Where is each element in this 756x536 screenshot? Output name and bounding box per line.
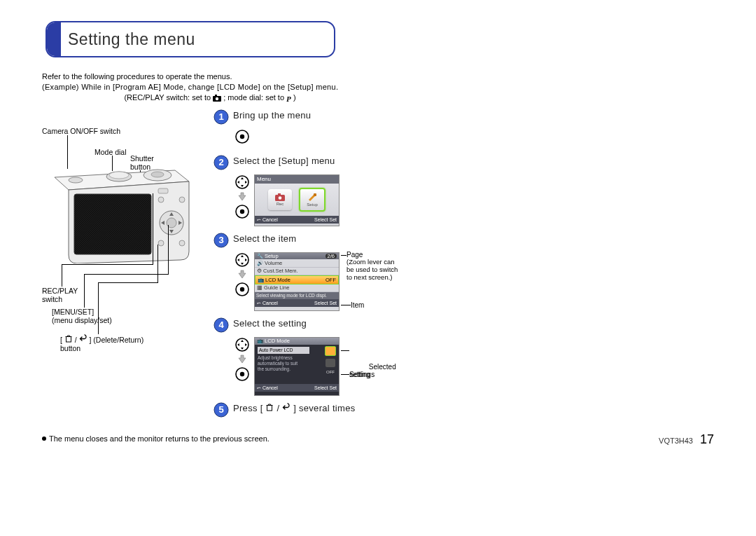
svg-text:2: 2 — [218, 157, 223, 167]
step-number-2: 2 — [214, 155, 229, 170]
svg-point-4 — [109, 172, 129, 179]
doc-code: VQT3H43 — [659, 437, 693, 445]
down-arrow-icon — [237, 355, 247, 364]
return-icon — [282, 403, 290, 411]
intro-close-paren: ) — [293, 93, 296, 102]
step-4-title: Select the setting — [233, 318, 307, 329]
nav-ring-4way-icon — [234, 337, 250, 352]
step-1: 1 Bring up the menu — [214, 110, 714, 125]
setup-header: Setup — [265, 253, 279, 259]
svg-point-15 — [179, 240, 185, 246]
label-mode-dial: Mode dial — [94, 148, 127, 156]
step-2: 2 Select the [Setup] menu — [214, 156, 714, 170]
steps-column: 1 Bring up the menu 2 Select the [Setup]… — [210, 110, 714, 422]
label-menuset-b: (menu display/set) — [52, 316, 112, 324]
menu-setup-tile: Setup — [299, 188, 326, 212]
svg-rect-17 — [66, 336, 71, 342]
step-number-1: 1 — [214, 109, 229, 125]
svg-text:1: 1 — [218, 111, 223, 122]
label-menuset-a: [MENU/SET] — [52, 308, 94, 316]
svg-point-7 — [69, 177, 83, 183]
svg-rect-9 — [74, 194, 151, 254]
setup-info-bar: Select viewing mode for LCD displ. — [255, 292, 339, 299]
mode-options-side: OFF — [324, 346, 337, 376]
step-3-title: Select the item — [233, 233, 297, 244]
manual-page: Setting the menu Refer to the following … — [0, 0, 756, 457]
trash-icon — [265, 403, 274, 411]
camera-diagram-column: Camera ON/OFF switch Mode dial Shutter b… — [42, 110, 203, 422]
mode-off-label: OFF — [326, 370, 335, 376]
page-footer: VQT3H43 17 — [659, 432, 714, 447]
callout-settings: Settings — [349, 371, 374, 379]
section-title: Setting the menu — [68, 30, 195, 49]
down-arrow-icon — [237, 192, 247, 202]
nav-sequence-3 — [234, 252, 250, 297]
svg-point-6 — [151, 172, 164, 177]
intro-mode-prefix: ; mode dial: set to — [223, 93, 286, 102]
intro-line-3: (REC/PLAY switch: set to ; mode dial: se… — [42, 92, 378, 104]
intro-line-2: (Example) While in [Program AE] Mode, ch… — [42, 82, 714, 92]
step-1-title: Bring up the menu — [233, 110, 311, 121]
lcd-cancel: ⤺ Cancel — [257, 217, 278, 222]
svg-rect-30 — [314, 193, 316, 196]
mode-subtitle: Auto Power LCD — [258, 347, 309, 354]
footnote-text: The menu closes and the monitor returns … — [49, 434, 270, 443]
mode-option-selected — [325, 346, 336, 356]
step-4: 4 Select the setting — [214, 318, 714, 333]
down-arrow-icon — [237, 270, 247, 280]
nav-ring-center-icon — [234, 282, 250, 297]
svg-rect-16 — [158, 188, 168, 193]
step-number-4: 4 — [214, 317, 229, 333]
nav-ring-icon — [234, 129, 250, 146]
intro-text: Refer to the following procedures to ope… — [42, 71, 714, 104]
label-delete-return: [ / ] (Delete/Return) button — [60, 334, 144, 352]
svg-rect-43 — [267, 405, 272, 411]
nav-sequence — [234, 174, 250, 219]
trash-icon — [64, 334, 73, 343]
callout-selected-setting: Selected setting — [349, 347, 396, 387]
svg-rect-28 — [278, 193, 281, 195]
section-title-block: Setting the menu — [46, 21, 335, 57]
step-5: 5 Press [ / ] several times — [214, 403, 714, 418]
nav-sequence-4 — [234, 337, 250, 382]
svg-point-14 — [158, 240, 164, 246]
callout-item: Item — [351, 301, 364, 310]
title-accent — [47, 22, 61, 56]
svg-point-2 — [216, 97, 218, 99]
lcd-select-set: Select Set — [314, 217, 337, 222]
svg-point-12 — [158, 197, 164, 202]
label-recplay: REC/PLAY switch — [42, 287, 78, 303]
page-number: 17 — [700, 432, 714, 447]
svg-point-35 — [240, 287, 244, 291]
menu-rec-tile: Rec — [268, 189, 292, 210]
footnote: The menu closes and the monitor returns … — [42, 434, 714, 443]
mode-option — [326, 359, 335, 367]
step-3: 3 Select the item — [214, 233, 714, 248]
lcd-menu-screenshot: Menu Rec Setup ⤺ Canc — [254, 174, 340, 226]
mode-header: LCD Mode — [265, 338, 290, 344]
svg-text:4: 4 — [218, 319, 224, 330]
step-5-title: Press [ / ] several times — [233, 403, 355, 413]
step-number-3: 3 — [214, 233, 229, 248]
nav-ring-center-icon — [234, 204, 250, 219]
svg-rect-1 — [215, 95, 217, 97]
lcd-mode-detail-screenshot: 📺 LCD Mode Auto Power LCD Adjust brightn… — [254, 337, 340, 396]
menu-title: Menu — [255, 175, 339, 184]
step-2-title: Select the [Setup] menu — [233, 156, 335, 166]
lcd-setup-list-screenshot: 🔧 Setup 2/6 🔊 Volume ⚙ Cust.Set Mem. 📺 L… — [254, 252, 340, 311]
label-onoff: Camera ON/OFF switch — [42, 127, 120, 135]
intro-line-1: Refer to the following procedures to ope… — [42, 71, 714, 82]
setup-selected-row: 📺 LCD ModeOFF — [255, 275, 339, 284]
step-number-5: 5 — [214, 402, 229, 418]
nav-ring-center-icon — [234, 366, 250, 382]
callout-page: Page (Zoom lever can be used to switch t… — [346, 251, 398, 282]
setup-page-indicator: 2/6 — [326, 254, 337, 259]
svg-point-29 — [279, 196, 282, 200]
svg-point-26 — [240, 209, 244, 213]
bullet-icon — [42, 437, 46, 441]
intro-switch-prefix: (REC/PLAY switch: set to — [124, 93, 213, 102]
return-icon — [79, 334, 88, 343]
svg-text:5: 5 — [218, 404, 223, 415]
menu-setup-label: Setup — [307, 202, 318, 207]
label-menuset: [MENU/SET] (menu display/set) — [52, 308, 112, 324]
